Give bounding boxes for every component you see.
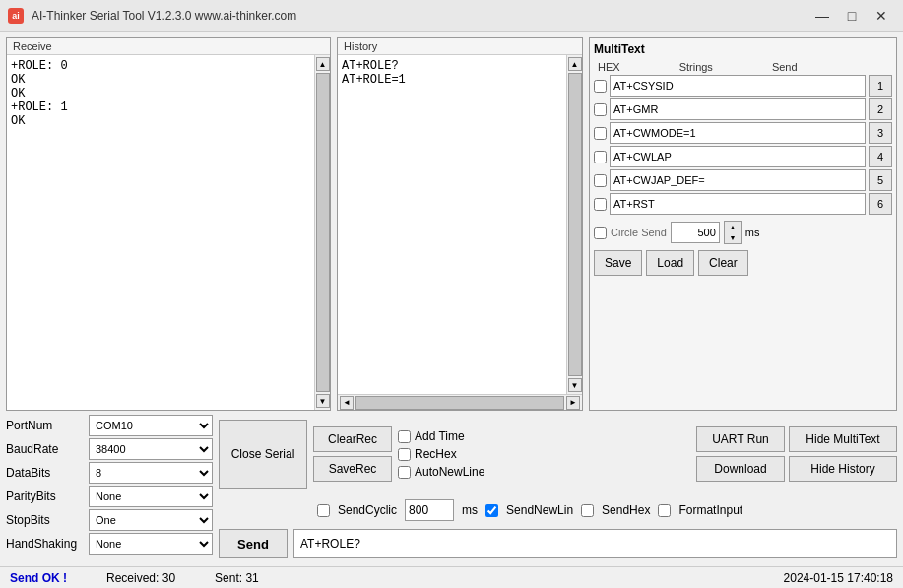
send-input-row: Send AT+ROLE? [6, 527, 897, 560]
history-label: History [338, 38, 582, 55]
sent-status: Sent: 31 [215, 571, 259, 585]
receive-label: Receive [7, 38, 330, 55]
rechex-row: RecHex [398, 447, 484, 461]
send-newline-label: SendNewLin [506, 503, 573, 517]
port-settings: PortNum COM10 BaudRate 38400 DataBits 8 … [6, 415, 213, 493]
send-newline-checkbox[interactable] [485, 504, 498, 517]
timestamp: 2024-01-15 17:40:18 [784, 571, 893, 585]
baudrate-select[interactable]: 38400 [89, 438, 213, 460]
send-cyclic-checkbox[interactable] [317, 504, 330, 517]
multitext-send-btn-3[interactable]: 3 [869, 122, 892, 144]
receive-scrollbar: ▲ ▼ [314, 55, 330, 410]
main-content: Receive +ROLE: 0 OK OK +ROLE: 1 OK ▲ ▼ H… [0, 32, 903, 566]
scroll-down-arrow[interactable]: ▼ [316, 394, 330, 408]
autonewline-checkbox[interactable] [398, 466, 411, 479]
send-col-header: Send [772, 61, 798, 73]
scroll-thumb[interactable] [316, 73, 330, 392]
multitext-send-btn-2[interactable]: 2 [869, 98, 892, 120]
hex-col-header: HEX [598, 61, 620, 73]
multitext-row-input-1[interactable] [610, 75, 866, 97]
multitext-send-btn-4[interactable]: 4 [869, 146, 892, 167]
save-button[interactable]: Save [594, 250, 642, 276]
multitext-row-checkbox-4[interactable] [594, 151, 607, 163]
circle-send-checkbox[interactable] [594, 227, 607, 239]
portnum-label: PortNum [6, 415, 85, 436]
format-input-checkbox[interactable] [658, 504, 671, 517]
history-scroll-thumb[interactable] [568, 73, 582, 376]
history-scroll-down[interactable]: ▼ [568, 378, 582, 392]
multitext-row: 2 [594, 98, 892, 120]
download-button[interactable]: Download [696, 456, 785, 482]
bottom-right-buttons: Download Hide History [696, 456, 897, 482]
multitext-row-checkbox-1[interactable] [594, 80, 607, 93]
rechex-checkbox[interactable] [398, 448, 411, 461]
send-hex-checkbox[interactable] [581, 504, 594, 517]
rec-buttons: ClearRec SaveRec [313, 415, 392, 493]
send-button[interactable]: Send [219, 529, 288, 558]
multitext-send-btn-1[interactable]: 1 [869, 75, 892, 97]
multitext-row-checkbox-2[interactable] [594, 103, 607, 116]
history-scroll-right[interactable]: ► [566, 396, 580, 410]
multitext-header: HEX Strings Send [594, 59, 892, 75]
history-content: AT+ROLE? AT+ROLE=1 ▲ ▼ [338, 55, 582, 394]
multitext-row-input-4[interactable] [610, 146, 866, 167]
autonewline-label: AutoNewLine [415, 465, 484, 479]
circle-send-label: Circle Send [611, 227, 667, 238]
clearrec-button[interactable]: ClearRec [313, 426, 392, 452]
multitext-row: 3 [594, 122, 892, 144]
load-button[interactable]: Load [646, 250, 694, 276]
send-ok-status: Send OK ! [10, 571, 67, 585]
spinner-down[interactable]: ▼ [725, 232, 741, 243]
multitext-row-checkbox-6[interactable] [594, 198, 607, 211]
minimize-button[interactable]: — [808, 4, 836, 28]
saverec-button[interactable]: SaveRec [313, 456, 392, 482]
send-cyclic-label: SendCyclic [338, 503, 397, 517]
uart-run-button[interactable]: UART Run [696, 426, 785, 452]
received-status: Received: 30 [106, 571, 175, 585]
hide-multitext-button[interactable]: Hide MultiText [789, 426, 897, 452]
add-time-label: Add Time [415, 429, 465, 443]
multitext-row-input-3[interactable] [610, 122, 866, 144]
format-input-label: FormatInput [678, 503, 742, 517]
autonewline-row: AutoNewLine [398, 465, 484, 479]
strings-col-header: Strings [679, 61, 713, 73]
circle-send-value[interactable]: 500 [671, 222, 720, 243]
cyclic-ms-input[interactable]: 800 [405, 499, 454, 521]
history-scroll-up[interactable]: ▲ [568, 57, 582, 71]
titlebar: ai AI-Thinker Serial Tool V1.2.3.0 www.a… [0, 0, 903, 32]
multitext-row: 4 [594, 146, 892, 167]
multitext-row-checkbox-3[interactable] [594, 127, 607, 140]
close-serial-button[interactable]: Close Serial [219, 420, 307, 489]
send-text-input[interactable]: AT+ROLE? [293, 529, 897, 558]
checkboxes-col: Add Time RecHex AutoNewLine [398, 415, 484, 493]
databits-select[interactable]: 8 [89, 462, 213, 484]
send-options-row: SendCyclic 800 ms SendNewLin SendHex For… [6, 497, 897, 523]
multitext-row-input-5[interactable] [610, 169, 866, 191]
close-button[interactable]: ✕ [868, 4, 895, 28]
scroll-up-arrow[interactable]: ▲ [316, 57, 330, 71]
add-time-checkbox[interactable] [398, 430, 411, 443]
multitext-send-btn-6[interactable]: 6 [869, 193, 892, 215]
multitext-row-checkbox-5[interactable] [594, 174, 607, 187]
history-scroll-left[interactable]: ◄ [340, 396, 354, 410]
receive-textarea[interactable]: +ROLE: 0 OK OK +ROLE: 1 OK [7, 55, 314, 410]
multitext-rows: 1 2 3 4 5 6 [594, 75, 892, 217]
spinner-up[interactable]: ▲ [725, 222, 741, 232]
portnum-select[interactable]: COM10 [89, 415, 213, 436]
multitext-row-input-2[interactable] [610, 98, 866, 120]
multitext-row: 5 [594, 169, 892, 191]
history-scroll-thumb-h[interactable] [355, 396, 564, 410]
history-textarea[interactable]: AT+ROLE? AT+ROLE=1 [338, 55, 566, 394]
multitext-send-btn-5[interactable]: 5 [869, 169, 892, 191]
statusbar: Send OK ! Received: 30 Sent: 31 2024-01-… [0, 566, 903, 588]
receive-panel: Receive +ROLE: 0 OK OK +ROLE: 1 OK ▲ ▼ [6, 37, 331, 411]
app-icon: ai [8, 8, 24, 24]
receive-content: +ROLE: 0 OK OK +ROLE: 1 OK ▲ ▼ [7, 55, 330, 410]
multitext-row-input-6[interactable] [610, 193, 866, 215]
history-scrollbar-v: ▲ ▼ [566, 55, 582, 394]
hide-history-button[interactable]: Hide History [789, 456, 897, 482]
multitext-row: 6 [594, 193, 892, 215]
maximize-button[interactable]: □ [838, 4, 866, 28]
history-scrollbar-h: ◄ ► [338, 394, 582, 410]
clear-button[interactable]: Clear [698, 250, 748, 276]
